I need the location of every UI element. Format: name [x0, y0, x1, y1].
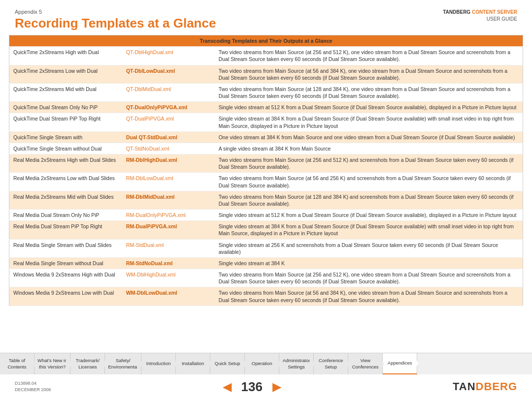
templates-table: Transcoding Templates and Their Outputs …: [9, 35, 523, 306]
footer-brand: TANDBERG: [453, 380, 517, 393]
doc-number: D13898.04: [15, 380, 51, 387]
template-name: QuickTime Single Stream without Dual: [9, 143, 122, 154]
footer-doc-info: D13898.04 DECEMBER 2006: [15, 380, 51, 394]
nav-tab-introduction[interactable]: Introduction: [141, 353, 176, 374]
template-name: Real Media Dual Stream PiP Top Right: [9, 221, 122, 239]
table-row: Windows Media 9 2xStreams High with Dual…: [9, 269, 523, 287]
brand-name: TANDBERG CONTENT SERVER: [443, 9, 517, 16]
template-name: Real Media Dual Stream Only No PiP: [9, 210, 122, 221]
template-file: QT-DblHighDual.xml: [122, 47, 215, 65]
template-name: Windows Media 9 2xStreams Low with Dual: [9, 287, 122, 306]
table-row: Real Media Single Stream without DualRM-…: [9, 257, 523, 269]
template-desc: Two video streams from Main Source (at 1…: [215, 191, 523, 209]
page-title: Recording Templates at a Glance: [15, 16, 216, 31]
nav-tab-appendices[interactable]: Appendices: [383, 353, 417, 374]
template-name: Real Media 2xStreams Low with Dual Slide…: [9, 173, 122, 191]
template-desc: Two video streams from Main Source (at 2…: [215, 47, 523, 65]
table-row: QuickTime 2xStreams High with DualQT-Dbl…: [9, 47, 523, 65]
table-row: QuickTime 2xStreams Mid with DualQT-DblM…: [9, 83, 523, 101]
doc-date: DECEMBER 2006: [15, 387, 51, 394]
template-name: QuickTime 2xStreams Low with Dual: [9, 65, 122, 83]
main-content: Transcoding Templates and Their Outputs …: [0, 35, 532, 306]
table-row: QuickTime Single Stream without DualQT-S…: [9, 143, 523, 154]
table-row: Real Media Single Stream with Dual Slide…: [9, 239, 523, 257]
brand-product: CONTENT SERVER: [472, 9, 517, 15]
page-footer: D13898.04 DECEMBER 2006 ◀ 136 ▶ TANDBERG: [0, 374, 532, 399]
template-file: RM-DualPiPVGA.xml: [122, 221, 215, 239]
template-desc: Single video stream at 384 K: [215, 257, 523, 269]
nav-tab-quick-setup[interactable]: Quick Setup: [210, 353, 245, 374]
nav-tab-table-of-contents[interactable]: Table of Contents: [0, 353, 34, 374]
template-file: QT-DualPiPVGA.xml: [122, 113, 215, 131]
template-file: RM-StdNoDual.xml: [122, 257, 215, 269]
template-desc: Single video stream at 384 K from a Dual…: [215, 221, 523, 239]
table-row: Real Media Dual Stream Only No PiPRM-Dua…: [9, 210, 523, 221]
prev-page-button[interactable]: ◀: [223, 380, 232, 394]
template-desc: Two video streams from Main Source (at 5…: [215, 173, 523, 191]
nav-tab-conference-setup[interactable]: Conference Setup: [314, 353, 348, 374]
table-row: Real Media 2xStreams Mid with Dual Slide…: [9, 191, 523, 209]
brand-area: TANDBERG CONTENT SERVER USER GUIDE: [443, 9, 517, 23]
template-desc: Two video streams from Main Source (at 5…: [215, 65, 523, 83]
table-row: QuickTime Dual Stream Only No PiPQT-Dual…: [9, 102, 523, 113]
template-desc: Two video streams from Main Source (at 1…: [215, 83, 523, 101]
brand-tandberg: TANDBERG: [443, 9, 470, 15]
title-block: Appendix 5 Recording Templates at a Glan…: [15, 9, 216, 31]
template-file: RM-DblHighDual.xml: [122, 154, 215, 173]
template-desc: Two video streams from Main Source (at 5…: [215, 287, 523, 306]
table-row: QuickTime Single Stream withDual QT-StdD…: [9, 131, 523, 143]
template-desc: Single video stream at 512 K from a Dual…: [215, 210, 523, 221]
template-file: QT-DblMidDual.xml: [122, 83, 215, 101]
table-row: Real Media 2xStreams High with Dual Slid…: [9, 154, 523, 173]
table-row: QuickTime Dual Stream PiP Top RightQT-Du…: [9, 113, 523, 131]
nav-tab-operation[interactable]: Operation: [245, 353, 279, 374]
template-file: WM-DblLowDual.xml: [122, 287, 215, 306]
footer-brand-text2: DBERG: [476, 380, 517, 393]
template-name: Windows Media 9 2xStreams High with Dual: [9, 269, 122, 287]
template-name: Real Media Single Stream without Dual: [9, 257, 122, 269]
appendix-label: Appendix 5: [15, 9, 216, 15]
table-row: Real Media 2xStreams Low with Dual Slide…: [9, 173, 523, 191]
bottom-nav: Table of ContentsWhat's New in this Vers…: [0, 353, 532, 374]
nav-tab-view-conferences[interactable]: View Conferences: [348, 353, 383, 374]
template-file: QT-DualOnlyPiPVGA.xml: [122, 102, 215, 113]
nav-tab-safety[interactable]: Safety/ Environmental: [105, 353, 141, 374]
template-file: WM-DblHighDual.xml: [122, 269, 215, 287]
template-name: Real Media Single Stream with Dual Slide…: [9, 239, 122, 257]
nav-tab-trademark[interactable]: Trademark/ Licenses: [70, 353, 105, 374]
template-desc: Single video stream at 256 K and screens…: [215, 239, 523, 257]
template-name: Real Media 2xStreams High with Dual Slid…: [9, 154, 122, 173]
template-name: QuickTime 2xStreams High with Dual: [9, 47, 122, 65]
template-name: QuickTime Dual Stream Only No PiP: [9, 102, 122, 113]
template-desc: A single video stream at 384 K from Main…: [215, 143, 523, 154]
template-name: QuickTime 2xStreams Mid with Dual: [9, 83, 122, 101]
page-header: Appendix 5 Recording Templates at a Glan…: [0, 0, 532, 35]
template-file: Dual QT-StdDual.xml: [122, 131, 215, 143]
template-desc: Single video stream at 384 K from a Dual…: [215, 113, 523, 131]
template-file: RM-DblLowDual.xml: [122, 173, 215, 191]
table-row: Real Media Dual Stream PiP Top RightRM-D…: [9, 221, 523, 239]
template-file: QT-DblLowDual.xml: [122, 65, 215, 83]
footer-brand-text: TAN: [453, 380, 476, 393]
template-file: RM-StdDual.xml: [122, 239, 215, 257]
template-name: QuickTime Dual Stream PiP Top Right: [9, 113, 122, 131]
table-header-row: Transcoding Templates and Their Outputs …: [9, 35, 523, 47]
template-desc: One video stream at 384 K from Main Sour…: [215, 131, 523, 143]
nav-tab-installation[interactable]: Installation: [176, 353, 210, 374]
template-name: Real Media 2xStreams Mid with Dual Slide…: [9, 191, 122, 209]
template-desc: Single video stream at 512 K from a Dual…: [215, 102, 523, 113]
template-desc: Two video streams from Main Source (at 2…: [215, 154, 523, 173]
nav-tab-administrator-settings[interactable]: Administrator Settings: [279, 353, 314, 374]
template-desc: Two video streams from Main Source (at 2…: [215, 269, 523, 287]
table-row: Windows Media 9 2xStreams Low with DualW…: [9, 287, 523, 306]
template-file: QT-StdNoDual.xml: [122, 143, 215, 154]
next-page-button[interactable]: ▶: [272, 380, 281, 394]
template-file: RM-DualOnlyPiPVGA.xml: [122, 210, 215, 221]
template-file: RM-DblMidDual.xml: [122, 191, 215, 209]
template-name: QuickTime Single Stream with: [9, 131, 122, 143]
brand-guide: USER GUIDE: [443, 16, 517, 23]
footer-nav-arrows: ◀ 136 ▶: [223, 379, 281, 395]
page-number: 136: [241, 379, 263, 395]
table-row: QuickTime 2xStreams Low with DualQT-DblL…: [9, 65, 523, 83]
nav-tab-whats-new[interactable]: What's New in this Version?: [34, 353, 70, 374]
